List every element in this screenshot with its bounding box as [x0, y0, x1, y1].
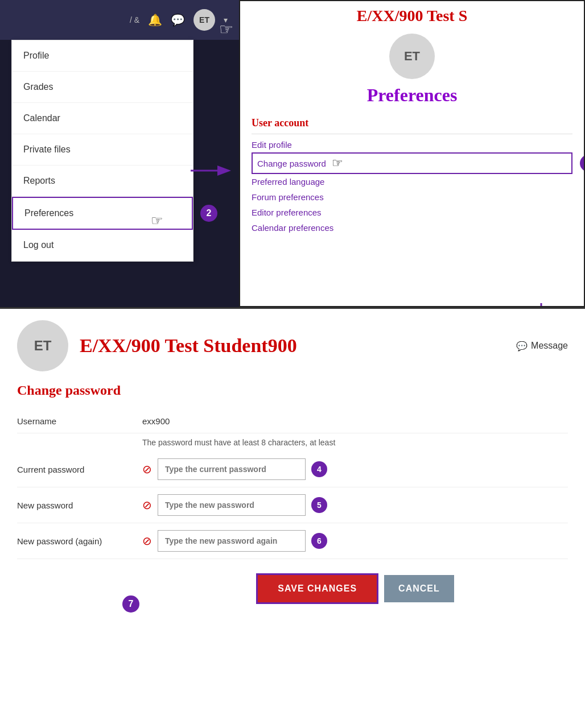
arrow-down: [530, 303, 553, 307]
notification-icon[interactable]: 🔔: [148, 13, 162, 27]
preferences-heading: Preferences: [240, 85, 584, 106]
new-password-again-row: New password (again) ⊘ 6: [17, 523, 568, 559]
editor-preferences-link[interactable]: Editor preferences: [252, 205, 572, 220]
nav-bar: / & 🔔 💬 ET ▾ 1 ☞: [0, 0, 239, 40]
password-hint: The password must have at least 8 charac…: [17, 433, 568, 452]
step-badge-7: 7: [122, 595, 139, 613]
cursor-3: ☞: [332, 156, 343, 171]
calendar-preferences-link[interactable]: Calendar preferences: [252, 220, 572, 235]
username-label: Username: [17, 416, 142, 426]
new-password-label: New password: [17, 500, 142, 510]
username-value: exx900: [142, 416, 170, 426]
step-badge-5: 5: [311, 497, 327, 513]
message-link[interactable]: 💬 Message: [516, 341, 568, 351]
message-icon: 💬: [516, 341, 528, 351]
top-section: / & 🔔 💬 ET ▾ 1 ☞ Profile Grades Calendar: [0, 0, 585, 307]
change-password-link[interactable]: Change password ☞ 3: [252, 152, 572, 174]
bottom-section: ET E/XX/900 Test Student900 💬 Message Ch…: [0, 307, 585, 728]
dropdown-calendar[interactable]: Calendar: [12, 103, 193, 134]
change-password-title: Change password: [17, 383, 568, 398]
dropdown-grades[interactable]: Grades: [12, 72, 193, 103]
current-password-row: Current password ⊘ 4: [17, 452, 568, 487]
new-password-again-input[interactable]: [158, 530, 306, 552]
step-badge-2: 2: [200, 205, 217, 222]
divider: [252, 134, 572, 134]
edit-profile-link[interactable]: Edit profile: [252, 137, 572, 152]
cursor-2: ☞: [151, 213, 163, 229]
new-password-row: New password ⊘ 5: [17, 487, 568, 523]
user-account-title: User account: [252, 117, 572, 129]
profile-avatar: ET: [17, 320, 68, 371]
panel-title: E/XX/900 Test S: [240, 1, 584, 28]
cancel-button[interactable]: CANCEL: [384, 575, 454, 602]
username-row: Username exx900: [17, 410, 568, 433]
chat-icon[interactable]: 💬: [171, 13, 185, 27]
dropdown-menu: Profile Grades Calendar Private files Re…: [11, 40, 193, 262]
left-panel: / & 🔔 💬 ET ▾ 1 ☞ Profile Grades Calendar: [0, 0, 239, 307]
forum-preferences-link[interactable]: Forum preferences: [252, 189, 572, 205]
user-avatar-small[interactable]: ET: [193, 9, 215, 31]
profile-name: E/XX/900 Test Student900: [80, 335, 505, 357]
current-password-label: Current password: [17, 465, 142, 474]
new-password-again-label: New password (again): [17, 536, 142, 546]
dropdown-preferences[interactable]: Preferences ☞ 2: [12, 197, 193, 230]
dropdown-logout[interactable]: Log out: [12, 230, 193, 261]
arrow-to-prefs: [191, 162, 236, 179]
avatar-initials: ET: [199, 15, 209, 24]
save-changes-button[interactable]: SAVE CHANGES: [256, 573, 378, 604]
step-badge-6: 6: [311, 533, 327, 549]
button-row: 7 SAVE CHANGES CANCEL: [17, 573, 568, 604]
new-password-again-group: ⊘ 6: [142, 530, 327, 552]
right-preferences-panel: E/XX/900 Test S ET Preferences User acco…: [239, 0, 585, 307]
step-badge-4: 4: [311, 461, 327, 477]
cursor-1: ☞: [219, 20, 233, 39]
error-icon-new: ⊘: [142, 498, 152, 512]
nav-text: / &: [130, 15, 139, 24]
error-icon-current: ⊘: [142, 462, 152, 476]
profile-header: ET E/XX/900 Test Student900 💬 Message: [17, 320, 568, 371]
user-account-section: User account Edit profile Change passwor…: [240, 111, 584, 241]
preferred-language-link[interactable]: Preferred language: [252, 174, 572, 189]
right-avatar: ET: [389, 34, 435, 79]
current-password-group: ⊘ 4: [142, 458, 327, 480]
dropdown-profile[interactable]: Profile: [12, 40, 193, 72]
error-icon-again: ⊘: [142, 534, 152, 548]
new-password-input[interactable]: [158, 494, 306, 516]
dropdown-private-files[interactable]: Private files: [12, 134, 193, 166]
step-badge-3: 3: [580, 155, 585, 172]
dropdown-reports[interactable]: Reports: [12, 166, 193, 197]
new-password-group: ⊘ 5: [142, 494, 327, 516]
change-password-section: Change password Username exx900 The pass…: [17, 383, 568, 604]
current-password-input[interactable]: [158, 458, 306, 480]
